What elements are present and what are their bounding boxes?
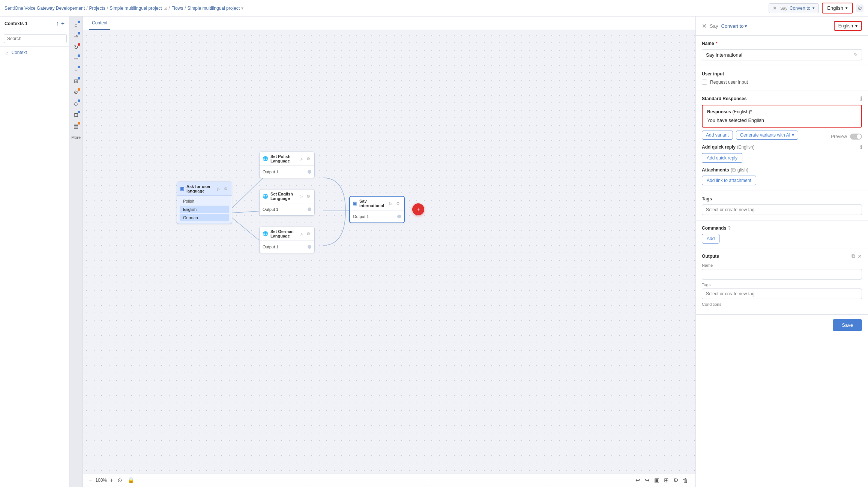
copy-output-button[interactable]: ⧉ bbox=[851, 253, 855, 259]
lock-button[interactable]: 🔒 bbox=[126, 476, 136, 485]
checkbox[interactable] bbox=[702, 80, 707, 85]
tags-label: Tags bbox=[702, 196, 862, 201]
chevron-down-icon[interactable]: ▾ bbox=[845, 6, 848, 11]
preview-toggle[interactable] bbox=[850, 134, 862, 140]
info-icon[interactable]: ℹ bbox=[860, 144, 862, 150]
play-button[interactable]: ▷ bbox=[216, 186, 221, 192]
list-tool[interactable]: ≡ bbox=[71, 65, 81, 75]
upload-button[interactable]: ↑ bbox=[56, 20, 59, 27]
request-user-input-checkbox[interactable]: Request user input bbox=[702, 80, 862, 85]
zoom-in-button[interactable]: + bbox=[110, 477, 113, 484]
play-button[interactable]: ▷ bbox=[388, 201, 393, 206]
say-node-header: ▣ Say international ▷ ⚙ bbox=[350, 197, 404, 210]
breadcrumb-app[interactable]: SentiOne Voice Gateway Developement bbox=[5, 6, 85, 11]
breadcrumb-projects[interactable]: Projects bbox=[89, 6, 105, 11]
more-tools-label[interactable]: More bbox=[70, 134, 82, 141]
breadcrumb-flows[interactable]: Flows bbox=[171, 6, 183, 11]
add-node-button[interactable]: + bbox=[412, 203, 424, 215]
chevron-down-icon[interactable]: ▾ bbox=[812, 6, 815, 11]
tool-dot bbox=[78, 122, 80, 125]
connectors bbox=[83, 17, 695, 487]
locate-button[interactable]: ⊙ bbox=[116, 476, 123, 485]
tags-input[interactable] bbox=[702, 204, 862, 215]
zoom-out-button[interactable]: − bbox=[89, 477, 92, 484]
chevron-down-icon[interactable]: ▾ bbox=[855, 23, 857, 29]
tool-dot bbox=[78, 99, 80, 102]
settings-icon[interactable]: ⚙ bbox=[856, 5, 863, 12]
output-name-input[interactable] bbox=[702, 269, 862, 280]
close-icon[interactable]: ✕ bbox=[773, 6, 776, 11]
sidebar-item-context[interactable]: ⌂ Context bbox=[0, 47, 69, 59]
tool-dot bbox=[78, 88, 80, 91]
play-button[interactable]: ▷ bbox=[299, 156, 304, 162]
panel-convert-to-button[interactable]: Convert to ▾ bbox=[721, 23, 747, 29]
play-button[interactable]: ▷ bbox=[299, 231, 304, 237]
generate-ai-button[interactable]: Generate variants with AI ▾ bbox=[736, 131, 798, 140]
say-convert-button[interactable]: ✕ Say Convert to ▾ bbox=[769, 3, 819, 13]
english-button[interactable]: English ▾ bbox=[822, 3, 853, 14]
panel-close-button[interactable]: ✕ bbox=[702, 23, 707, 30]
diamond-tool[interactable]: ◇ bbox=[71, 98, 81, 109]
canvas-settings-button[interactable]: ⚙ bbox=[672, 476, 679, 485]
output-tags-input[interactable] bbox=[702, 289, 862, 299]
edit-icon[interactable]: ✎ bbox=[853, 52, 858, 58]
settings-button[interactable]: ⚙ bbox=[305, 194, 311, 199]
add-attachment-button[interactable]: Add link to attachment bbox=[702, 176, 756, 185]
convert-to-label[interactable]: Convert to bbox=[790, 6, 810, 11]
sidebar-actions: ↑ + bbox=[56, 20, 65, 27]
set-english-header: 🌐 Set English Language ▷ ⚙ bbox=[260, 189, 314, 203]
save-button[interactable]: Save bbox=[833, 319, 862, 331]
settings-tool[interactable]: ⚙ bbox=[71, 87, 81, 98]
search-box: ? bbox=[0, 31, 69, 47]
chat-tool[interactable]: ▭ bbox=[71, 53, 81, 64]
play-button[interactable]: ▷ bbox=[299, 194, 304, 199]
info-icon[interactable]: ℹ bbox=[860, 96, 862, 102]
output-tags-field: Tags bbox=[702, 283, 862, 299]
output-row: Output 1 bbox=[353, 213, 401, 220]
set-german-node: 🌐 Set German Language ▷ ⚙ Output 1 bbox=[259, 227, 315, 253]
multi-select-button[interactable]: ⊞ bbox=[663, 476, 670, 485]
option-german[interactable]: German bbox=[180, 214, 229, 221]
sidebar-header: Contexts 1 ↑ + bbox=[0, 17, 69, 31]
chevron-down-icon[interactable]: ▾ bbox=[241, 6, 243, 11]
set-polish-title: Set Polish Language bbox=[270, 154, 296, 163]
set-german-title: Set German Language bbox=[270, 229, 296, 238]
home-tool[interactable]: ⌂ bbox=[71, 20, 81, 30]
grid-tool[interactable]: ⊞ bbox=[71, 76, 81, 86]
select-all-button[interactable]: ▣ bbox=[653, 476, 661, 485]
ask-node-actions: ▷ ⚙ bbox=[216, 186, 229, 192]
top-bar-right: ✕ Say Convert to ▾ English ▾ ⚙ bbox=[769, 3, 863, 14]
option-english[interactable]: English bbox=[180, 206, 229, 213]
doc-tool[interactable]: ▤ bbox=[71, 121, 81, 131]
sync-tool[interactable]: ↻ bbox=[71, 42, 81, 53]
search-input[interactable] bbox=[4, 34, 67, 43]
copy-icon[interactable]: ⊡ bbox=[164, 6, 167, 11]
settings-button[interactable]: ⚙ bbox=[223, 186, 229, 192]
set-german-header: 🌐 Set German Language ▷ ⚙ bbox=[260, 227, 314, 241]
tab-context[interactable]: Context bbox=[89, 17, 110, 30]
globe-icon: 🌐 bbox=[263, 156, 268, 161]
panel-english-button[interactable]: English ▾ bbox=[834, 21, 862, 31]
add-variant-button[interactable]: Add variant bbox=[702, 131, 733, 140]
delete-button[interactable]: 🗑 bbox=[682, 476, 689, 485]
add-context-button[interactable]: + bbox=[61, 20, 65, 27]
add-command-button[interactable]: Add bbox=[702, 234, 719, 244]
collapse-outputs-button[interactable]: ✕ bbox=[857, 253, 862, 259]
info-icon[interactable]: ? bbox=[728, 225, 731, 231]
apps-tool[interactable]: ⊡ bbox=[71, 110, 81, 120]
english-label: English bbox=[827, 5, 843, 11]
settings-button[interactable]: ⚙ bbox=[305, 231, 311, 237]
commands-section: Commands ? Add bbox=[696, 221, 868, 248]
breadcrumb-flow[interactable]: Simple multilingual project bbox=[188, 6, 240, 11]
add-quick-reply-button[interactable]: Add quick reply bbox=[702, 153, 742, 163]
output-row: Output 1 bbox=[263, 243, 311, 251]
settings-button[interactable]: ⚙ bbox=[305, 156, 311, 162]
breadcrumb-project[interactable]: Simple multilingual project bbox=[110, 6, 162, 11]
enter-tool[interactable]: ⇥ bbox=[71, 31, 81, 41]
settings-button[interactable]: ⚙ bbox=[395, 201, 401, 206]
option-polish[interactable]: Polish bbox=[180, 197, 229, 205]
quick-reply-label: Add quick reply (English) ℹ bbox=[702, 144, 862, 150]
redo-button[interactable]: ↪ bbox=[644, 476, 651, 485]
undo-button[interactable]: ↩ bbox=[634, 476, 641, 485]
ask-node-header: ▣ Ask for user language ▷ ⚙ bbox=[177, 182, 232, 196]
